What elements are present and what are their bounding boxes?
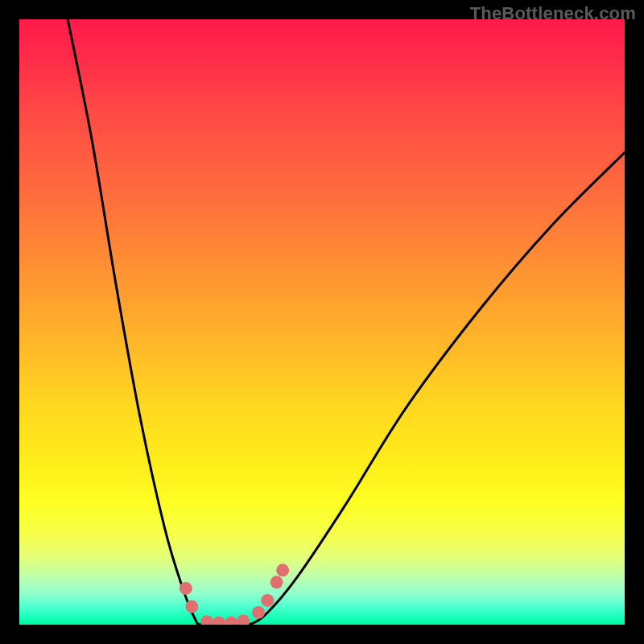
trough-dot [237, 614, 250, 625]
watermark-text: TheBottleneck.com [470, 3, 636, 24]
trough-dot [270, 576, 283, 588]
bottleneck-curve [68, 19, 625, 625]
trough-dot [225, 617, 237, 625]
trough-dot [185, 600, 198, 613]
chart-marker-group [180, 564, 289, 625]
trough-dot [180, 582, 192, 595]
trough-dot [252, 606, 265, 619]
trough-dot [276, 564, 289, 576]
trough-dot [213, 617, 225, 625]
chart-svg [19, 19, 625, 625]
trough-dot [200, 615, 213, 625]
chart-curve-group [68, 19, 625, 625]
trough-dot [261, 594, 274, 607]
